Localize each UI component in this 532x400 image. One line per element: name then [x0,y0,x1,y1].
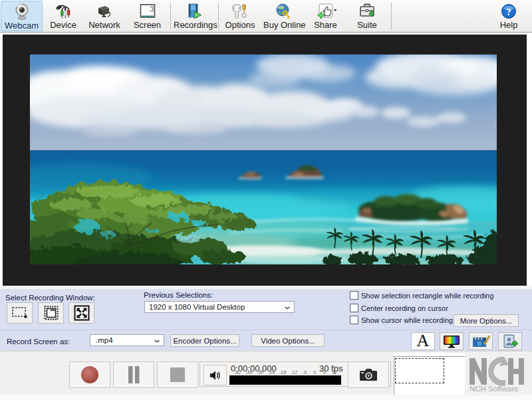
svg-text:NCH Software: NCH Software [469,385,519,393]
svg-text:?: ? [506,7,511,17]
